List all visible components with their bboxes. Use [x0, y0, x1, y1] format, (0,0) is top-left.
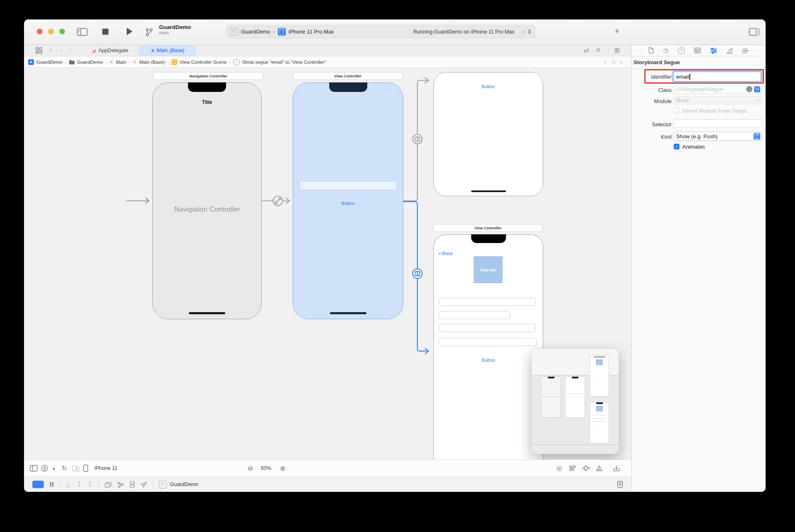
pause-execution-icon[interactable]	[50, 481, 54, 487]
detail-view-controller-scene[interactable]: ‹ Back AppLogo Button	[434, 234, 543, 460]
quick-help-inspector-icon[interactable]: ?	[678, 47, 685, 54]
close-window-button[interactable]	[37, 29, 43, 34]
storyboard-file-icon: ✕	[150, 48, 154, 54]
stop-button[interactable]	[102, 29, 108, 35]
zoom-level[interactable]: 50%	[261, 460, 271, 477]
back-history-button[interactable]: ‹	[50, 46, 52, 53]
view-controller-scene-icon	[171, 59, 177, 65]
class-dropdown-button[interactable]	[754, 86, 760, 92]
run-destination[interactable]: iPhone 11 Pro Max	[289, 29, 334, 35]
storyboard-minimap[interactable]: ▪ ▪ ▪	[531, 348, 619, 454]
animates-checkbox[interactable]: ✓	[674, 144, 679, 149]
button[interactable]: Button	[434, 84, 543, 89]
device-icon[interactable]	[83, 460, 88, 477]
minimap-thumb-login-vc: ▪	[565, 376, 585, 418]
tab-appdelegate[interactable]: AppDelegate	[80, 45, 139, 56]
chevron-separator-icon: ›	[129, 60, 130, 64]
identifier-field[interactable]: email	[673, 72, 761, 82]
next-issue-button[interactable]: ›	[620, 59, 622, 65]
add-constraints-icon[interactable]	[582, 460, 590, 477]
step-out-icon[interactable]: ↥	[87, 481, 93, 488]
run-button[interactable]	[125, 26, 133, 36]
scene-header-navigation-controller[interactable]: Navigation Controller	[153, 72, 263, 80]
tab-bar: ‹ › AppDelegate ✕ Main (Base) ⇄ ≡ ⊞	[24, 45, 631, 56]
navigation-controller-scene[interactable]: Title Navigation Controller	[152, 82, 262, 319]
connections-inspector-icon[interactable]	[742, 48, 749, 54]
zoom-in-button[interactable]: ⊕	[280, 460, 285, 477]
toggle-document-outline-icon[interactable]	[30, 460, 38, 477]
size-inspector-icon[interactable]	[726, 48, 733, 54]
minimize-window-button[interactable]	[48, 29, 54, 34]
running-app-name[interactable]: GuardDemo	[170, 481, 198, 487]
jumpbar-item-main[interactable]: Main	[116, 60, 126, 65]
jumpbar-item-segue[interactable]: Show segue “email” to “View Controller”	[242, 60, 326, 65]
scene-header-view-controller[interactable]: View Controller	[293, 72, 403, 80]
orientation-icon[interactable]: ↻	[62, 460, 67, 477]
jumpbar-item-group[interactable]: GuardDemo	[77, 60, 103, 65]
nav-controller-placeholder: Navigation Controller	[153, 205, 261, 214]
swap-editor-icon[interactable]: ⇄	[584, 47, 589, 54]
align-icon[interactable]	[569, 460, 576, 477]
text-field-4[interactable]	[439, 338, 537, 346]
top-view-controller-scene[interactable]: Button	[434, 72, 543, 196]
attributes-inspector-icon[interactable]	[710, 48, 717, 54]
app-logo-image[interactable]: AppLogo	[474, 256, 503, 283]
add-editor-icon[interactable]: ⊞	[614, 46, 619, 54]
login-view-controller-scene[interactable]: Button	[293, 82, 403, 319]
related-items-icon[interactable]	[35, 47, 43, 54]
class-combo-field[interactable]: UIStoryboardSegue →	[673, 85, 762, 94]
jumpbar-item-project[interactable]: GuardDemo	[36, 60, 63, 65]
resolve-autolayout-icon[interactable]	[595, 460, 603, 477]
scheme-name[interactable]: GuardDemo	[241, 29, 270, 35]
text-field[interactable]	[300, 181, 397, 190]
step-into-icon[interactable]: ↧	[77, 481, 82, 488]
jumpbar-item-main-base[interactable]: Main (Base)	[139, 60, 165, 65]
warning-count[interactable]: 3	[528, 29, 531, 35]
forward-history-button[interactable]: ›	[60, 46, 63, 53]
text-field-3[interactable]	[439, 324, 536, 332]
inspector-panel: ◷ ? Storyboard Segue Identifier email Cl…	[632, 45, 766, 492]
kind-popup-button[interactable]: Show (e.g. Push)	[673, 132, 762, 141]
device-bezel-icon[interactable]	[617, 481, 623, 488]
live-preview-icon[interactable]: ◎	[556, 460, 562, 477]
detail-button[interactable]: Button	[434, 358, 543, 363]
selector-field[interactable]	[673, 119, 762, 128]
login-button[interactable]: Button	[293, 201, 403, 206]
color-variants-icon[interactable]: ◑	[51, 460, 55, 477]
editor-options-icon[interactable]: ≡	[596, 46, 600, 54]
previous-issue-button[interactable]: ‹	[604, 59, 606, 65]
zoom-window-button[interactable]	[59, 29, 65, 34]
add-tab-button[interactable]: +	[614, 26, 619, 36]
jumpbar-item-scene[interactable]: View Controller Scene	[180, 60, 227, 65]
history-inspector-icon[interactable]: ◷	[663, 47, 668, 54]
step-over-icon[interactable]: △	[66, 481, 71, 488]
embed-icon[interactable]	[613, 460, 620, 477]
module-field[interactable]: None	[673, 96, 762, 104]
inherit-module-checkbox[interactable]	[673, 108, 679, 113]
selector-label: Selector	[632, 121, 672, 128]
issue-warning-icon[interactable]: ⚠	[612, 59, 616, 65]
device-name[interactable]: iPhone 11	[94, 460, 117, 477]
toggle-inspectors-icon[interactable]	[749, 28, 760, 36]
text-field-1[interactable]	[439, 298, 536, 306]
memory-graph-icon[interactable]	[117, 481, 124, 488]
identity-inspector-icon[interactable]	[694, 48, 701, 53]
tab-main-base[interactable]: ✕ Main (Base)	[139, 45, 196, 56]
file-inspector-icon[interactable]	[648, 47, 654, 54]
toggle-navigator-icon[interactable]	[77, 28, 88, 36]
class-jump-arrow-icon[interactable]: →	[746, 86, 752, 92]
nav-bar-title[interactable]: Title	[153, 99, 261, 105]
storyboard-canvas[interactable]: Navigation Controller Title Navigation C…	[24, 68, 631, 460]
toggle-debug-area-button[interactable]	[32, 481, 44, 488]
text-field-2[interactable]	[439, 311, 510, 319]
simulate-location-icon[interactable]	[141, 481, 147, 488]
scene-header-detail-view-controller[interactable]: View Controller	[434, 224, 542, 232]
environment-overrides-icon[interactable]	[130, 481, 135, 488]
accessibility-icon[interactable]	[41, 460, 48, 477]
chevron-separator-icon: ›	[273, 29, 275, 35]
view-hierarchy-icon[interactable]	[105, 481, 111, 488]
adaptation-icon[interactable]	[72, 460, 80, 477]
warning-icon[interactable]: ⚠	[521, 29, 526, 35]
back-button[interactable]: ‹ Back	[439, 250, 453, 256]
zoom-out-button[interactable]: ⊖	[248, 460, 253, 477]
